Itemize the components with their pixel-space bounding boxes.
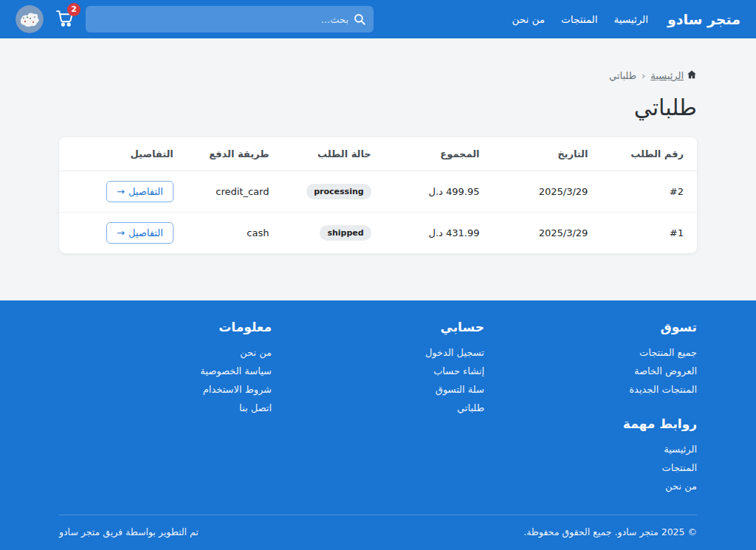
developed-by-text: تم التطوير بواسطة فريق متجر سادو <box>59 526 199 537</box>
order-date: 2025/3/29 <box>493 171 602 213</box>
footer-link-my-orders[interactable]: طلباتي <box>457 402 484 413</box>
order-total: 431.99 د.ل <box>385 213 493 254</box>
order-date: 2025/3/29 <box>493 213 602 254</box>
footer-column-shop: تسوق جميع المنتجات العروض الخاصة المنتجا… <box>484 320 697 495</box>
cart-count-badge: 2 <box>67 3 80 16</box>
header-payment: طريقة الدفع <box>187 137 283 171</box>
footer-link-about-us[interactable]: من نحن <box>240 347 272 358</box>
brand-title[interactable]: متجر سادو <box>667 11 740 27</box>
copyright-text: © 2025 متجر سادو. جميع الحقوق محفوظة. <box>523 526 697 537</box>
footer-link-special-offers[interactable]: العروض الخاصة <box>634 365 697 377</box>
details-button[interactable]: التفاصيل → <box>106 222 173 244</box>
search-bar <box>86 6 374 32</box>
nav-about[interactable]: من نحن <box>512 13 546 25</box>
footer-heading-account: حسابي <box>272 320 484 334</box>
footer-link-about[interactable]: من نحن <box>665 481 697 492</box>
breadcrumb-separator: ‹ <box>642 70 645 81</box>
nav-products[interactable]: المنتجات <box>561 13 597 25</box>
page-title: طلباتي <box>59 94 697 120</box>
table-header-row: رقم الطلب التاريخ المجموع حالة الطلب طري… <box>59 137 697 171</box>
breadcrumb-current: طلباتي <box>609 70 636 81</box>
payment-method: credit_card <box>187 171 283 213</box>
details-button-label: التفاصيل <box>128 227 163 238</box>
footer-important-links: روابط مهمة الرئيسية المنتجات من نحن <box>484 416 697 495</box>
footer-link-all-products[interactable]: جميع المنتجات <box>639 347 697 358</box>
search-input[interactable] <box>86 6 374 32</box>
store-logo[interactable] <box>16 5 44 33</box>
details-button-label: التفاصيل <box>128 186 163 197</box>
arrow-right-icon: → <box>117 227 125 238</box>
home-icon <box>687 69 697 82</box>
footer-column-account: حسابي تسجيل الدخول إنشاء حساب سلة التسوق… <box>272 320 484 495</box>
header-order-number: رقم الطلب <box>601 137 697 171</box>
footer-bottom-bar: © 2025 متجر سادو. جميع الحقوق محفوظة. تم… <box>59 515 697 550</box>
footer-link-register[interactable]: إنشاء حساب <box>433 365 484 377</box>
payment-method: cash <box>187 213 283 254</box>
order-number: #2 <box>601 171 697 213</box>
footer-link-contact[interactable]: اتصل بنا <box>239 402 272 413</box>
breadcrumb: الرئيسية ‹ طلباتي <box>59 38 697 82</box>
orders-table: رقم الطلب التاريخ المجموع حالة الطلب طري… <box>59 137 697 253</box>
details-button[interactable]: التفاصيل → <box>106 181 173 202</box>
footer-link-cart[interactable]: سلة التسوق <box>436 384 484 395</box>
search-icon[interactable] <box>353 13 366 26</box>
main-content: الرئيسية ‹ طلباتي طلباتي رقم الطلب التار… <box>0 38 756 300</box>
footer-link-terms[interactable]: شروط الاستخدام <box>203 384 272 395</box>
top-header: متجر سادو الرئيسية المنتجات من نحن 2 <box>0 0 756 38</box>
footer-column-info: معلومات من نحن سياسة الخصوصية شروط الاست… <box>59 320 272 495</box>
footer-link-products[interactable]: المنتجات <box>662 462 697 473</box>
order-number: #1 <box>601 213 697 254</box>
orders-table-card: رقم الطلب التاريخ المجموع حالة الطلب طري… <box>59 137 697 253</box>
footer: تسوق جميع المنتجات العروض الخاصة المنتجا… <box>0 300 756 550</box>
cart-button[interactable]: 2 <box>55 9 74 30</box>
table-row: #1 2025/3/29 431.99 د.ل shipped cash الت… <box>59 213 697 254</box>
footer-heading-info: معلومات <box>59 320 272 334</box>
footer-link-login[interactable]: تسجيل الدخول <box>425 347 484 358</box>
arrow-right-icon: → <box>117 186 125 197</box>
page: متجر سادو الرئيسية المنتجات من نحن 2 <box>0 0 756 550</box>
breadcrumb-home-label: الرئيسية <box>650 70 684 81</box>
footer-heading-important: روابط مهمة <box>484 416 697 431</box>
footer-link-new-products[interactable]: المنتجات الجديدة <box>629 384 697 395</box>
status-badge: processing <box>306 184 371 199</box>
table-row: #2 2025/3/29 499.95 د.ل processing credi… <box>59 171 697 213</box>
header-date: التاريخ <box>493 137 602 171</box>
nav-home[interactable]: الرئيسية <box>614 13 648 25</box>
breadcrumb-home-link[interactable]: الرئيسية <box>650 69 697 82</box>
footer-link-privacy[interactable]: سياسة الخصوصية <box>200 365 272 377</box>
status-badge: shipped <box>320 225 371 241</box>
cart-icon <box>55 16 74 30</box>
header-total: المجموع <box>385 137 493 171</box>
header-details: التفاصيل <box>59 137 187 171</box>
order-total: 499.95 د.ل <box>385 171 493 213</box>
footer-link-home[interactable]: الرئيسية <box>664 444 697 455</box>
header-status: حالة الطلب <box>282 137 384 171</box>
main-nav: الرئيسية المنتجات من نحن <box>512 13 648 25</box>
footer-heading-shop: تسوق <box>484 320 697 334</box>
